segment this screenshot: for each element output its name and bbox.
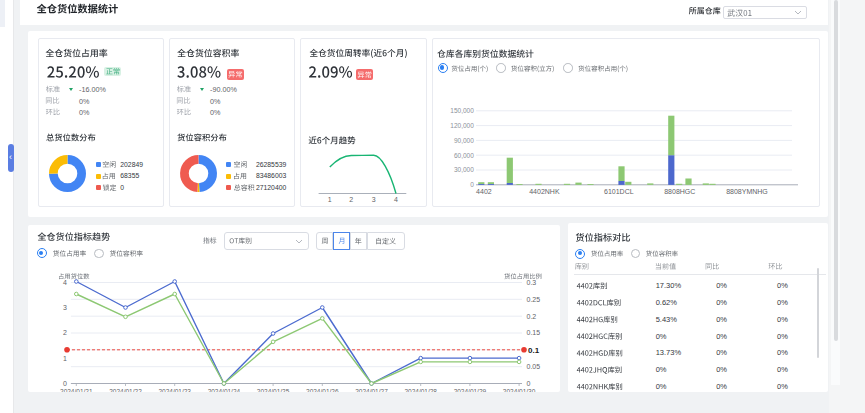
svg-text:2: 2 [63,329,67,336]
svg-text:4: 4 [394,196,398,203]
svg-text:1: 1 [328,196,332,203]
svg-text:150,000: 150,000 [450,107,474,114]
svg-text:4: 4 [63,279,67,286]
svg-text:4402: 4402 [476,188,492,195]
svg-text:2024/01/22: 2024/01/22 [109,388,142,392]
svg-text:2024/01/25: 2024/01/25 [257,388,290,392]
svg-text:3: 3 [63,304,67,311]
svg-text:3: 3 [372,196,376,203]
svg-text:6101DCL: 6101DCL [604,188,634,195]
svg-text:0: 0 [470,181,474,188]
svg-text:2024/01/27: 2024/01/27 [355,388,388,392]
svg-text:120,000: 120,000 [450,122,474,129]
svg-text:2024/01/29: 2024/01/29 [454,388,487,392]
svg-text:2024/01/21: 2024/01/21 [60,388,93,392]
svg-text:60,000: 60,000 [454,152,474,159]
svg-text:0.25: 0.25 [527,296,541,303]
svg-text:0.15: 0.15 [527,329,541,336]
svg-text:2: 2 [349,196,353,203]
svg-text:0: 0 [63,380,67,387]
svg-text:2024/01/26: 2024/01/26 [306,388,339,392]
svg-text:0.2: 0.2 [527,313,537,320]
svg-text:2024/01/28: 2024/01/28 [404,388,437,392]
svg-text:0: 0 [527,380,531,387]
svg-text:2024/01/23: 2024/01/23 [158,388,191,392]
svg-text:0.05: 0.05 [527,363,541,370]
svg-text:0.3: 0.3 [527,279,537,286]
svg-text:90,000: 90,000 [454,137,474,144]
svg-text:0.1: 0.1 [528,346,540,355]
svg-text:30,000: 30,000 [454,166,474,173]
svg-text:8808HGC: 8808HGC [664,188,695,195]
svg-text:4402NHK: 4402NHK [529,188,560,195]
svg-text:2024/01/24: 2024/01/24 [208,388,241,392]
svg-text:1: 1 [63,355,67,362]
svg-text:8808YMNHG: 8808YMNHG [726,188,768,195]
svg-text:2024/01/30: 2024/01/30 [503,388,536,392]
